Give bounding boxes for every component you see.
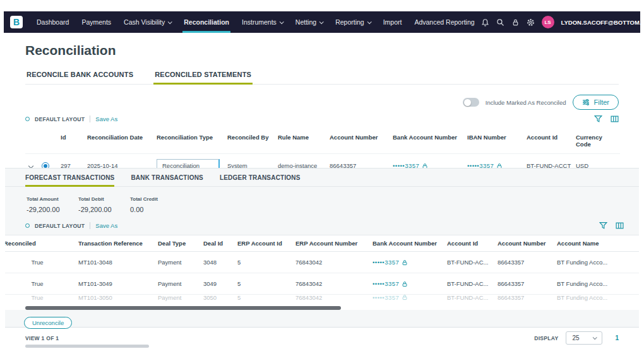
filter-button[interactable]: Filter — [573, 95, 619, 110]
include-reconciled-toggle[interactable] — [463, 98, 479, 107]
transaction-tab[interactable]: LEDGER TRANSACTIONS — [220, 174, 301, 186]
cell-transaction-reference: MT101-3048 — [78, 259, 158, 266]
bottomline-logo[interactable]: B — [10, 16, 23, 28]
cell-bank-account-number: •••••3357 — [373, 280, 447, 287]
cell-account-id: BT-FUND-AC... — [447, 280, 498, 287]
nav-item-label: Instruments — [242, 18, 277, 26]
nav-item-label: Payments — [81, 18, 111, 26]
top-navbar: B Dashboard Payments Cash Visibility Rec… — [4, 11, 640, 33]
cell-account-name: BT Funding Acco... — [557, 295, 620, 301]
save-as-link[interactable]: Save As — [95, 222, 117, 229]
horizontal-scrollbar[interactable] — [25, 306, 341, 310]
total-block: Total Amount -29,200.00 — [27, 196, 78, 213]
column-header-reconciled[interactable]: Reconciled — [5, 240, 78, 247]
funnel-icon[interactable] — [594, 115, 602, 123]
column-header-account-id[interactable]: Account Id — [527, 134, 576, 148]
cell-transaction-reference: MT101-3050 — [78, 295, 158, 301]
total-value: 0.00 — [130, 206, 182, 213]
nav-item[interactable]: Instruments — [236, 11, 289, 33]
view-count-text: VIEW 1 OF 1 — [25, 335, 59, 341]
funnel-icon[interactable] — [599, 222, 607, 230]
unreconcile-button[interactable]: Unreconcile — [24, 317, 72, 329]
column-header-account-number[interactable]: Account Number — [498, 240, 557, 247]
user-email[interactable]: LYDON.SACOFF@BOTTOM... — [561, 19, 644, 26]
chevron-down-icon — [593, 335, 597, 340]
page-horizontal-scrollbar[interactable] — [25, 345, 149, 348]
transaction-tab-label: LEDGER TRANSACTIONS — [220, 174, 301, 181]
cell-account-id: BT-FUND-AC... — [447, 259, 498, 266]
nav-item[interactable]: Payments — [75, 11, 117, 33]
layout-label[interactable]: DEFAULT LAYOUT — [35, 116, 85, 122]
column-header-currency-code[interactable]: Currency Code — [576, 134, 614, 148]
column-header-id[interactable]: Id — [61, 134, 87, 148]
nav-item[interactable]: Netting — [289, 11, 329, 33]
cell-account-number: 86643357 — [498, 259, 557, 266]
cell-bank-account-number: •••••3357 — [373, 259, 447, 266]
column-header-deal-type[interactable]: Deal Type — [158, 240, 203, 247]
total-value: -29,200.00 — [78, 206, 130, 213]
transaction-row[interactable]: True MT101-3048 Payment 3048 5 76843042 … — [5, 252, 639, 273]
nav-item-label: Advanced Reporting — [414, 18, 474, 26]
gear-icon[interactable] — [527, 18, 535, 27]
cell-account-name: BT Funding Acco... — [557, 259, 620, 266]
cell-account-name: BT Funding Acco... — [557, 280, 620, 287]
column-header-reconciled-by[interactable]: Reconciled By — [227, 134, 278, 148]
divider — [90, 115, 90, 122]
nav-item[interactable]: Advanced Reporting — [408, 11, 480, 33]
column-header-account-number[interactable]: Account Number — [330, 134, 393, 148]
transaction-row[interactable]: True MT101-3049 Payment 3049 5 76843042 … — [5, 273, 639, 295]
bell-icon[interactable] — [481, 18, 489, 27]
nav-item[interactable]: Cash Visibility — [117, 11, 177, 33]
search-icon[interactable] — [496, 18, 504, 27]
page-number[interactable]: 1 — [615, 334, 619, 341]
column-header-reconciliation-type[interactable]: Reconciliation Type — [157, 134, 227, 148]
cell-deal-id: 3049 — [203, 280, 237, 287]
filter-button-label: Filter — [594, 98, 609, 106]
column-header-account-name[interactable]: Account Name — [557, 240, 620, 247]
column-header-reconciliation-date[interactable]: Reconciliation Date — [87, 134, 157, 148]
nav-right-cluster: LS LYDON.SACOFF@BOTTOM... — [481, 16, 644, 28]
columns-icon[interactable] — [611, 115, 619, 123]
cell-account-number: 86643357 — [498, 295, 557, 301]
total-label: Total Credit — [130, 196, 182, 202]
total-label: Total Debit — [78, 196, 130, 202]
nav-item[interactable]: Import — [377, 11, 408, 33]
page-size-select[interactable]: 25 — [566, 331, 602, 345]
column-header-deal-id[interactable]: Deal Id — [203, 240, 237, 247]
total-block: Total Credit 0.00 — [130, 196, 182, 213]
transaction-tab[interactable]: FORECAST TRANSACTIONS — [25, 174, 114, 186]
lock-icon[interactable] — [511, 18, 520, 27]
layout-label[interactable]: DEFAULT LAYOUT — [35, 223, 85, 229]
cell-deal-id: 3048 — [203, 259, 237, 266]
tab[interactable]: RECONCILE BANK ACCOUNTS — [25, 67, 134, 84]
column-header-bank-account-number[interactable]: Bank Account Number — [393, 134, 467, 148]
toggle-label: Include Marked As Reconciled — [486, 99, 566, 106]
cell-deal-type: Payment — [158, 295, 203, 301]
tab[interactable]: RECONCILED STATEMENTS — [153, 67, 253, 84]
column-header-account-id[interactable]: Account Id — [447, 240, 498, 247]
column-header-erp-account-id[interactable]: ERP Account Id — [237, 240, 295, 247]
forecast-transactions-table: Reconciled Transaction Reference Deal Ty… — [5, 235, 639, 310]
column-header-transaction-reference[interactable]: Transaction Reference — [78, 240, 158, 247]
layout-selector-row: DEFAULT LAYOUT Save As — [25, 115, 619, 123]
nav-item[interactable]: Dashboard — [30, 11, 75, 33]
transaction-tab[interactable]: BANK TRANSACTIONS — [131, 174, 203, 186]
lock-icon — [402, 295, 408, 300]
cell-bank-account-number: •••••3357 — [373, 295, 447, 301]
column-header-rule-name[interactable]: Rule Name — [278, 134, 330, 148]
column-header-iban-number[interactable]: IBAN Number — [467, 134, 527, 148]
total-block: Total Debit -29,200.00 — [78, 196, 130, 213]
column-header-erp-account-number[interactable]: ERP Account Number — [295, 240, 373, 247]
columns-icon[interactable] — [616, 222, 624, 230]
cell-reconciled: True — [5, 295, 78, 301]
transactions-table-body: True MT101-3048 Payment 3048 5 76843042 … — [5, 252, 639, 310]
nav-item[interactable]: Reporting — [329, 11, 377, 33]
column-header-bank-account-number[interactable]: Bank Account Number — [373, 240, 447, 247]
save-as-link[interactable]: Save As — [95, 115, 117, 122]
transaction-tab-label: FORECAST TRANSACTIONS — [25, 174, 114, 181]
nav-item[interactable]: Reconciliation — [177, 11, 236, 33]
user-avatar[interactable]: LS — [542, 16, 554, 28]
tab-label: RECONCILED STATEMENTS — [155, 71, 251, 78]
layout-radio-icon — [25, 223, 30, 228]
transactions-table-header: Reconciled Transaction Reference Deal Ty… — [5, 235, 639, 252]
